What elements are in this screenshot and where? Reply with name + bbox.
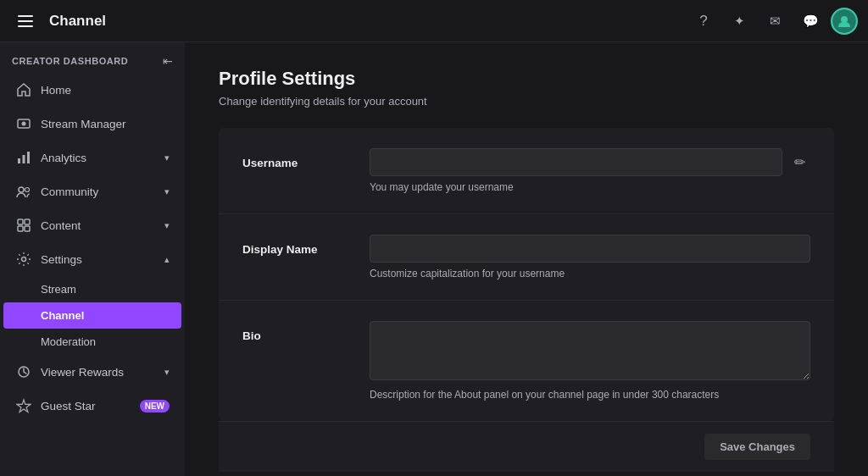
username-input-row: ✏ [370, 148, 810, 176]
sidebar-item-analytics-label: Analytics [41, 152, 156, 164]
sidebar-item-settings[interactable]: Settings ▴ [3, 242, 181, 276]
sidebar: Creator Dashboard ⇤ Home Stream Manager … [0, 42, 185, 476]
profile-settings-subtitle: Change identifying details for your acco… [219, 95, 834, 108]
home-icon [15, 81, 32, 98]
bio-field-wrap: Description for the About panel on your … [370, 321, 810, 401]
stream-manager-icon [15, 115, 32, 132]
sidebar-subitem-moderation-label: Moderation [41, 335, 96, 348]
help-button[interactable]: ? [688, 6, 719, 36]
username-field-wrap: ✏ You may update your username [370, 148, 810, 193]
svg-point-7 [25, 188, 30, 192]
svg-rect-4 [23, 155, 25, 163]
analytics-chevron-icon: ▾ [164, 152, 170, 163]
sidebar-item-stream-manager[interactable]: Stream Manager [3, 107, 181, 141]
bio-textarea[interactable] [370, 321, 810, 380]
form-footer: Save Changes [219, 421, 834, 472]
display-name-field-wrap: Customize capitalization for your userna… [370, 235, 810, 280]
sidebar-item-content[interactable]: Content ▾ [3, 208, 181, 242]
sidebar-subitem-stream[interactable]: Stream [3, 276, 181, 302]
settings-icon [15, 251, 32, 268]
sidebar-item-guest-star-label: Guest Star [41, 400, 128, 412]
sidebar-item-viewer-rewards[interactable]: Viewer Rewards ▾ [3, 355, 181, 389]
community-icon [15, 183, 32, 200]
display-name-row: Display Name Customize capitalization fo… [219, 214, 834, 301]
svg-rect-9 [25, 219, 30, 224]
main-content: Profile Settings Change identifying deta… [185, 42, 868, 476]
bio-label: Bio [242, 321, 353, 342]
sidebar-item-stream-manager-label: Stream Manager [41, 118, 170, 130]
sidebar-item-analytics[interactable]: Analytics ▾ [3, 141, 181, 174]
save-changes-button[interactable]: Save Changes [704, 434, 810, 460]
avatar [832, 9, 856, 33]
display-name-input[interactable] [370, 235, 810, 263]
avatar-button[interactable] [831, 8, 858, 35]
sidebar-subitem-moderation[interactable]: Moderation [3, 329, 181, 355]
username-edit-button[interactable]: ✏ [789, 149, 810, 175]
mail-button[interactable]: ✉ [760, 6, 790, 36]
sidebar-section-label: Creator Dashboard [12, 56, 128, 66]
profile-settings-form: Username ✏ You may update your username … [219, 128, 834, 421]
content-icon [15, 217, 32, 234]
topnav-left: Channel [10, 6, 688, 36]
display-name-hint: Customize capitalization for your userna… [370, 268, 810, 280]
topnav-right: ? ✦ ✉ 💬 [688, 6, 858, 36]
collapse-sidebar-icon[interactable]: ⇤ [163, 54, 173, 68]
top-navigation: Channel ? ✦ ✉ 💬 [0, 0, 868, 42]
pencil-icon: ✏ [794, 154, 805, 170]
username-input[interactable] [370, 148, 782, 176]
settings-chevron-icon: ▴ [164, 254, 170, 265]
chat-button[interactable]: 💬 [795, 6, 826, 36]
sidebar-item-content-label: Content [41, 219, 156, 232]
svg-rect-3 [18, 158, 20, 163]
mail-icon: ✉ [770, 14, 781, 29]
hamburger-menu-button[interactable] [10, 6, 41, 36]
analytics-icon [15, 149, 32, 166]
viewer-rewards-chevron-icon: ▾ [164, 367, 170, 378]
sidebar-item-home[interactable]: Home [3, 73, 181, 107]
viewer-rewards-icon [15, 363, 32, 380]
display-name-label: Display Name [242, 235, 353, 256]
guest-star-icon [15, 397, 32, 414]
sidebar-item-home-label: Home [41, 84, 170, 97]
page-title: Channel [49, 13, 106, 30]
svg-point-0 [841, 16, 848, 23]
svg-point-12 [22, 257, 26, 262]
community-chevron-icon: ▾ [164, 186, 170, 197]
sidebar-item-settings-label: Settings [41, 253, 156, 266]
svg-rect-8 [18, 219, 23, 224]
username-hint: You may update your username [370, 181, 810, 193]
sidebar-item-guest-star[interactable]: Guest Star NEW [3, 389, 181, 423]
bio-row: Bio Description for the About panel on y… [219, 301, 834, 421]
sidebar-item-community-label: Community [41, 185, 156, 198]
sidebar-subitem-stream-label: Stream [41, 283, 76, 296]
svg-rect-11 [25, 226, 30, 231]
sidebar-item-viewer-rewards-label: Viewer Rewards [41, 366, 156, 379]
guest-star-new-badge: NEW [140, 400, 170, 412]
help-icon: ? [699, 13, 707, 30]
svg-point-2 [22, 122, 26, 126]
username-label: Username [242, 148, 353, 169]
svg-rect-10 [18, 226, 23, 231]
body-row: Creator Dashboard ⇤ Home Stream Manager … [0, 42, 868, 476]
username-row: Username ✏ You may update your username [219, 128, 834, 214]
bio-hint: Description for the About panel on your … [370, 389, 810, 401]
chat-icon: 💬 [803, 14, 819, 29]
profile-settings-title: Profile Settings [219, 68, 834, 90]
crown-icon: ✦ [734, 14, 745, 29]
crown-button[interactable]: ✦ [724, 6, 754, 36]
content-chevron-icon: ▾ [164, 220, 170, 231]
sidebar-section-header: Creator Dashboard ⇤ [0, 42, 185, 73]
sidebar-subitem-channel[interactable]: Channel [3, 302, 181, 329]
sidebar-subitem-channel-label: Channel [41, 309, 84, 322]
menu-icon [14, 12, 36, 30]
svg-point-6 [19, 187, 24, 192]
sidebar-item-community[interactable]: Community ▾ [3, 174, 181, 208]
svg-rect-5 [27, 152, 30, 163]
